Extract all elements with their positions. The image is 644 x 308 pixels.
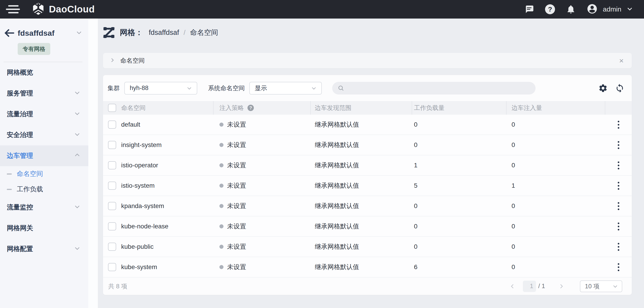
injected-count: 0	[506, 141, 605, 149]
table-row: istio-system 未设置 继承网格默认值 5 1	[103, 176, 632, 196]
search-input[interactable]	[348, 85, 530, 92]
row-checkbox[interactable]	[108, 161, 116, 169]
row-checkbox[interactable]	[108, 222, 116, 230]
scope-text: 继承网格默认值	[311, 202, 412, 210]
row-checkbox[interactable]	[108, 182, 116, 190]
policy-text: 未设置	[227, 161, 246, 170]
row-actions-kebab-icon[interactable]	[616, 221, 621, 232]
sidebar-item-mesh-gateway[interactable]: 网格网关	[0, 218, 88, 239]
mesh-switcher-chevron-icon[interactable]	[76, 29, 82, 37]
table-row: istio-operator 未设置 继承网格默认值 1 0	[103, 155, 632, 176]
sidebar-item-service-mgmt[interactable]: 服务管理	[0, 83, 88, 104]
scope-text: 继承网格默认值	[311, 161, 412, 170]
col-header-discovery-scope: 边车发现范围	[311, 101, 412, 115]
sidebar-item-traffic-monitoring[interactable]: 流量监控	[0, 197, 88, 218]
main-content: 网格： fdsaffdsaf / 命名空间 命名空间 × 集群 hyh-88 系…	[98, 18, 644, 308]
daocloud-logo-icon	[32, 2, 45, 16]
row-actions-kebab-icon[interactable]	[616, 160, 621, 171]
policy-status-dot	[220, 265, 224, 269]
scope-text: 继承网格默认值	[311, 141, 412, 149]
injected-count: 0	[506, 202, 605, 210]
table-settings-gear-icon[interactable]	[598, 83, 608, 93]
system-namespace-select[interactable]: 显示	[249, 82, 322, 95]
breadcrumb-mesh-name[interactable]: fdsaffdsaf	[149, 28, 179, 37]
brand: DaoCloud	[32, 2, 95, 16]
help-glyph: ?	[545, 4, 555, 14]
scope-text: 继承网格默认值	[311, 120, 412, 129]
policy-status-dot	[220, 204, 224, 208]
policy-text: 未设置	[227, 181, 246, 190]
namespace-name: kube-system	[121, 264, 214, 271]
sidebar-item-traffic-governance[interactable]: 流量治理	[0, 104, 88, 125]
workload-count: 6	[412, 264, 506, 271]
page-total-label: / 1	[538, 283, 545, 290]
system-namespace-label: 系统命名空间	[208, 84, 245, 92]
row-actions-kebab-icon[interactable]	[616, 200, 621, 212]
mesh-icon	[103, 27, 115, 38]
col-header-actions	[605, 101, 632, 115]
row-checkbox[interactable]	[108, 121, 116, 129]
prev-page-chevron-icon[interactable]	[508, 282, 517, 291]
row-checkbox[interactable]	[108, 141, 116, 149]
sidebar-subitem-namespaces[interactable]: 命名空间	[0, 166, 88, 182]
table-row: kpanda-system 未设置 继承网格默认值 0 0	[103, 196, 632, 216]
refresh-icon[interactable]	[614, 83, 625, 93]
row-actions-kebab-icon[interactable]	[616, 139, 621, 151]
sidebar-subitem-workloads[interactable]: 工作负载	[0, 182, 88, 197]
breadcrumb-current-page: 命名空间	[190, 28, 218, 37]
sidebar-item-sidecar-mgmt[interactable]: 边车管理	[0, 146, 88, 166]
brand-name: DaoCloud	[49, 4, 95, 15]
next-page-chevron-icon[interactable]	[557, 282, 566, 291]
workload-count: 0	[412, 202, 506, 210]
namespace-name: default	[121, 121, 214, 128]
select-all-checkbox[interactable]	[108, 104, 116, 112]
sidebar-menu: 网格概览 服务管理 流量治理 安全治理 边车管理 命名空间	[0, 62, 88, 259]
sidebar-item-mesh-overview[interactable]: 网格概览	[0, 62, 88, 83]
back-arrow-icon[interactable]	[4, 28, 14, 37]
col-header-namespace: 命名空间	[121, 101, 214, 115]
row-actions-kebab-icon[interactable]	[616, 180, 621, 191]
page-size-select[interactable]: 10 项	[580, 280, 622, 292]
sidebar-mesh-name: fdsaffdsaf	[18, 29, 76, 37]
policy-status-dot	[220, 163, 224, 167]
menu-toggle-icon[interactable]	[6, 5, 20, 14]
help-icon[interactable]: ?	[545, 4, 555, 14]
cluster-select[interactable]: hyh-88	[124, 82, 197, 95]
panel-close-icon[interactable]: ×	[619, 57, 624, 64]
panel-expand-chevron-icon[interactable]	[109, 57, 115, 64]
user-chevron-down-icon	[626, 5, 633, 13]
scope-text: 继承网格默认值	[311, 181, 412, 190]
row-checkbox[interactable]	[108, 243, 116, 251]
notifications-bell-icon[interactable]	[566, 4, 576, 14]
policy-text: 未设置	[227, 202, 246, 210]
namespace-name: kube-public	[121, 243, 214, 250]
policy-status-dot	[220, 123, 224, 127]
user-menu[interactable]: admin	[586, 3, 633, 15]
panel-title: 命名空间	[120, 57, 145, 65]
namespace-name: istio-operator	[121, 162, 214, 169]
row-checkbox[interactable]	[108, 263, 116, 271]
row-checkbox[interactable]	[108, 202, 116, 210]
injected-count: 1	[506, 182, 605, 189]
table-row: kube-public 未设置 继承网格默认值 0 0	[103, 237, 632, 257]
injected-count: 0	[506, 243, 605, 250]
sidebar-item-security-governance[interactable]: 安全治理	[0, 125, 88, 146]
policy-status-dot	[220, 184, 224, 188]
row-actions-kebab-icon[interactable]	[616, 261, 621, 273]
workload-count: 0	[412, 223, 506, 230]
namespace-name: istio-system	[121, 182, 214, 189]
row-actions-kebab-icon[interactable]	[616, 119, 621, 131]
search-icon	[338, 85, 344, 92]
pagination: 1 / 1 10 项	[508, 280, 622, 292]
current-page-input[interactable]: 1	[523, 281, 536, 292]
feedback-chat-icon[interactable]	[524, 4, 534, 14]
policy-text: 未设置	[227, 263, 246, 271]
table-row: default 未设置 继承网格默认值 0 0	[103, 115, 632, 135]
row-actions-kebab-icon[interactable]	[616, 241, 621, 253]
sidebar-item-mesh-config[interactable]: 网格配置	[0, 239, 88, 259]
scope-text: 继承网格默认值	[311, 263, 412, 271]
scope-text: 继承网格默认值	[311, 222, 412, 231]
sidebar-scrollbar-gutter[interactable]	[88, 18, 98, 308]
mesh-type-badge: 专有网格	[18, 43, 50, 55]
injection-policy-help-icon[interactable]: ?	[248, 105, 254, 111]
